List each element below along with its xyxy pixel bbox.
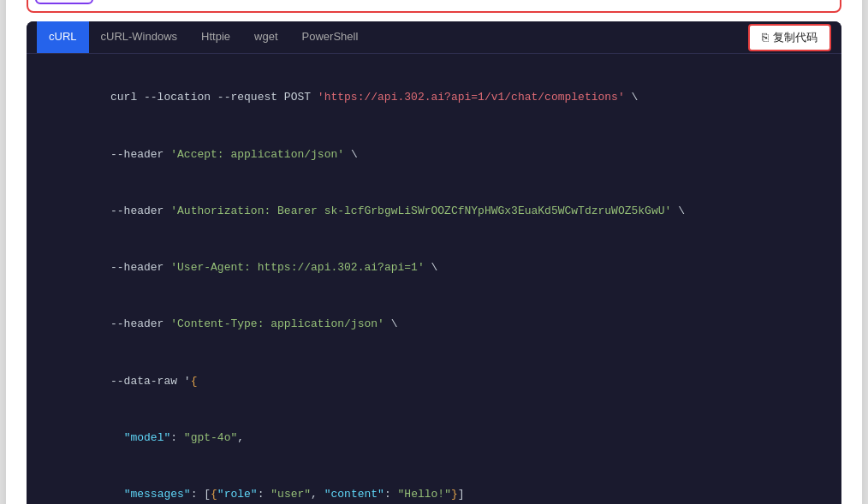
code-tab-curl[interactable]: cURL (37, 21, 89, 53)
lang-item-http[interactable]: HTTP HTTP (467, 0, 525, 4)
lang-item-csharp[interactable]: C# C# (590, 0, 648, 4)
lang-item-objectivec[interactable]: [C] Objective-C (651, 0, 710, 4)
code-line-1: curl --location --request POST 'https://… (44, 69, 824, 126)
code-body: curl --location --request POST 'https://… (27, 54, 841, 504)
copy-label: 复制代码 (773, 30, 817, 45)
code-toolbar: cURL cURL-Windows Httpie wget PowerShell… (27, 21, 841, 54)
code-tab-curl-windows[interactable]: cURL-Windows (89, 21, 190, 53)
code-tab-powershell[interactable]: PowerShell (290, 21, 371, 53)
lang-item-swift[interactable]: 🕊 Swift (220, 0, 278, 4)
code-line-2: --header 'Accept: application/json' \ (44, 127, 824, 183)
lang-item-python[interactable]: 🐍 Python (405, 0, 463, 4)
language-selector: $_ Shell JS JavaScript (27, 0, 841, 13)
code-line-3: --header 'Authorization: Bearer sk-lcfGr… (44, 183, 824, 240)
lang-item-c[interactable]: C C (528, 0, 586, 4)
code-tab-httpie[interactable]: Httpie (189, 21, 242, 53)
lang-item-php[interactable]: php PHP (343, 0, 401, 4)
lang-item-javascript[interactable]: JS JavaScript (97, 0, 155, 4)
code-tab-wget[interactable]: wget (242, 21, 289, 53)
code-line-5: --header 'Content-Type: application/json… (44, 296, 824, 353)
code-section: cURL cURL-Windows Httpie wget PowerShell… (27, 21, 841, 504)
lang-item-java[interactable]: ☕ Java (158, 0, 217, 4)
language-selector-wrapper: $_ Shell JS JavaScript (6, 0, 862, 21)
lang-item-go[interactable]: GO Go (282, 0, 340, 4)
modal: 集成 × 飞书 钉钉 代码 CoW API $_ She (6, 0, 862, 504)
code-line-8: "messages": [{"role": "user", "content":… (44, 466, 824, 504)
lang-item-shell[interactable]: $_ Shell (35, 0, 93, 4)
copy-icon: ⎘ (762, 31, 769, 44)
code-line-6: --data-raw '{ (44, 353, 824, 410)
code-line-7: "model": "gpt-4o", (44, 410, 824, 466)
lang-item-ocaml[interactable]: OCaml Ocaml (775, 0, 833, 4)
lang-item-ruby[interactable]: 💎 Ruby (713, 0, 771, 4)
code-line-4: --header 'User-Agent: https://api.302.ai… (44, 240, 824, 296)
copy-code-button[interactable]: ⎘ 复制代码 (748, 24, 831, 51)
